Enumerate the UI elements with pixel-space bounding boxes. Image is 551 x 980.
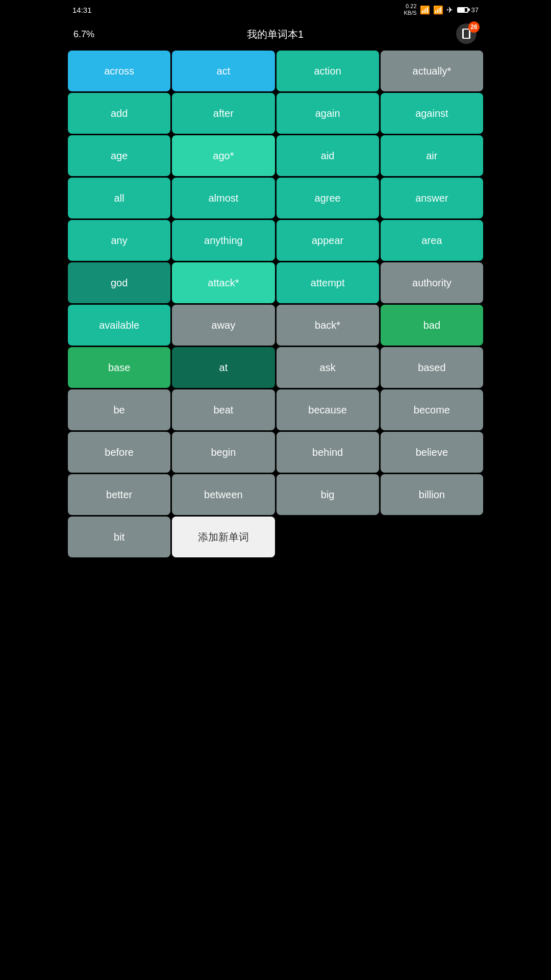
data-speed-label: 0.22KB/S — [404, 3, 416, 16]
word-cell-base[interactable]: base — [68, 347, 170, 388]
word-cell-authority[interactable]: authority — [381, 262, 483, 303]
word-cell-air[interactable]: air — [381, 135, 483, 176]
word-cell-god[interactable]: god — [68, 262, 170, 303]
battery-level: 37 — [471, 6, 479, 14]
word-cell-almost[interactable]: almost — [172, 178, 274, 218]
word-cell-bit[interactable]: bit — [68, 517, 170, 557]
header: 6.7% 我的单词本1 26 — [66, 19, 485, 49]
word-cell-across[interactable]: across — [68, 51, 170, 91]
word-cell-because[interactable]: because — [277, 389, 379, 430]
word-cell-beat[interactable]: beat — [172, 389, 274, 430]
word-cell-after[interactable]: after — [172, 93, 274, 134]
word-cell-billion[interactable]: billion — [381, 474, 483, 515]
status-icons: 0.22KB/S 📶 📶 ✈ 37 — [404, 3, 479, 16]
word-cell-behind[interactable]: behind — [277, 432, 379, 473]
word-cell-attempt[interactable]: attempt — [277, 262, 379, 303]
word-cell-available[interactable]: available — [68, 305, 170, 346]
word-cell-attack-[interactable]: attack* — [172, 262, 274, 303]
status-time: 14:31 — [72, 6, 92, 14]
word-cell-begin[interactable]: begin — [172, 432, 274, 473]
word-cell-away[interactable]: away — [172, 305, 274, 346]
airplane-icon: ✈ — [446, 5, 453, 15]
word-cell-believe[interactable]: believe — [381, 432, 483, 473]
word-cell-bad[interactable]: bad — [381, 305, 483, 346]
word-cell-against[interactable]: against — [381, 93, 483, 134]
word-cell-before[interactable]: before — [68, 432, 170, 473]
word-cell-actually-[interactable]: actually* — [381, 51, 483, 91]
word-cell-action[interactable]: action — [277, 51, 379, 91]
word-cell-based[interactable]: based — [381, 347, 483, 388]
word-cell-add[interactable]: add — [68, 93, 170, 134]
word-cell-ask[interactable]: ask — [277, 347, 379, 388]
word-cell-act[interactable]: act — [172, 51, 274, 91]
word-cell-appear[interactable]: appear — [277, 220, 379, 261]
word-cell-all[interactable]: all — [68, 178, 170, 218]
book-title: 我的单词本1 — [247, 28, 304, 41]
word-cell-better[interactable]: better — [68, 474, 170, 515]
wifi-icon: 📶 — [433, 5, 443, 15]
word-cell-big[interactable]: big — [277, 474, 379, 515]
word-cell-again[interactable]: again — [277, 93, 379, 134]
word-cell-area[interactable]: area — [381, 220, 483, 261]
word-cell-answer[interactable]: answer — [381, 178, 483, 218]
battery-icon — [457, 7, 468, 13]
word-cell------[interactable]: 添加新单词 — [172, 517, 274, 557]
word-cell-ago-[interactable]: ago* — [172, 135, 274, 176]
word-grid: acrossactactionactually*addafteragainaga… — [66, 49, 485, 559]
header-icon-area[interactable]: 26 — [456, 23, 478, 45]
progress-percent: 6.7% — [73, 29, 94, 40]
word-cell-any[interactable]: any — [68, 220, 170, 261]
word-cell-become[interactable]: become — [381, 389, 483, 430]
status-bar: 14:31 0.22KB/S 📶 📶 ✈ 37 — [66, 0, 485, 19]
word-cell-age[interactable]: age — [68, 135, 170, 176]
notification-badge: 26 — [468, 21, 480, 33]
word-cell-anything[interactable]: anything — [172, 220, 274, 261]
word-cell-agree[interactable]: agree — [277, 178, 379, 218]
word-cell-back-[interactable]: back* — [277, 305, 379, 346]
word-cell-between[interactable]: between — [172, 474, 274, 515]
word-cell-be[interactable]: be — [68, 389, 170, 430]
signal-icon: 📶 — [420, 5, 430, 15]
word-cell-at[interactable]: at — [172, 347, 274, 388]
word-cell-aid[interactable]: aid — [277, 135, 379, 176]
